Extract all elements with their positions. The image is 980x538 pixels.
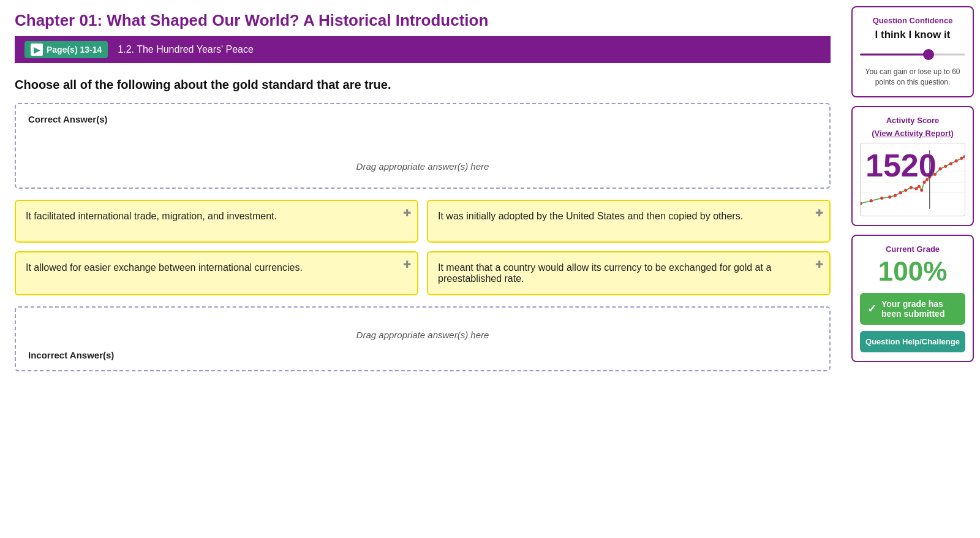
sidebar: Question Confidence I think I know it Yo… — [845, 0, 980, 538]
activity-score-panel: Activity Score (View Activity Report) 15… — [851, 106, 974, 226]
svg-point-6 — [880, 196, 883, 199]
score-value: 1520 — [865, 150, 937, 181]
question-prompt: Choose all of the following about the go… — [15, 78, 831, 92]
svg-point-10 — [904, 188, 907, 191]
svg-point-12 — [914, 187, 918, 190]
drag-icon-4: ✚ — [815, 259, 823, 270]
confidence-title: Question Confidence — [860, 16, 965, 25]
slider-thumb — [923, 49, 934, 60]
activity-score-title: Activity Score — [860, 116, 965, 125]
answer-text-3: It allowed for easier exchange between i… — [26, 262, 303, 273]
drag-icon-3: ✚ — [403, 259, 411, 270]
confidence-desc: You can gain or lose up to 60 points on … — [860, 67, 965, 88]
slider-track — [860, 54, 965, 56]
confidence-value: I think I know it — [860, 29, 965, 41]
grade-value: 100% — [860, 256, 965, 287]
pages-label: Page(s) 13-14 — [47, 45, 102, 55]
svg-point-8 — [894, 194, 897, 197]
svg-point-22 — [955, 159, 958, 162]
correct-zone-label: Correct Answer(s) — [28, 114, 817, 124]
svg-point-13 — [918, 184, 921, 188]
svg-point-5 — [870, 199, 873, 202]
current-grade-panel: Current Grade 100% ✓ Your grade has been… — [851, 235, 974, 362]
incorrect-zone-hint: Drag appropriate answer(s) here — [28, 317, 817, 346]
page-header: Chapter 01: What Shaped Our World? A His… — [0, 0, 845, 63]
main-content: Chapter 01: What Shaped Our World? A His… — [0, 0, 845, 538]
svg-point-21 — [949, 162, 952, 165]
svg-point-4 — [861, 202, 862, 205]
answer-card-3[interactable]: It allowed for easier exchange between i… — [15, 251, 418, 295]
svg-point-14 — [920, 188, 923, 191]
answer-card-4[interactable]: It meant that a country would allow its … — [427, 251, 831, 295]
svg-point-20 — [944, 164, 947, 167]
submitted-badge: ✓ Your grade has been submitted — [860, 293, 965, 325]
answer-grid: It facilitated international trade, migr… — [15, 200, 831, 295]
check-icon: ✓ — [867, 302, 876, 316]
slider-track-filled — [860, 54, 932, 56]
current-grade-title: Current Grade — [860, 244, 965, 254]
correct-drop-zone[interactable]: Correct Answer(s) Drag appropriate answe… — [15, 103, 831, 189]
incorrect-drop-zone[interactable]: Drag appropriate answer(s) here Incorrec… — [15, 306, 831, 371]
help-challenge-button[interactable]: Question Help/Challenge — [860, 331, 965, 352]
answer-text-2: It was initially adopted by the United S… — [438, 211, 743, 221]
drag-icon-1: ✚ — [403, 207, 411, 219]
answer-card-2[interactable]: It was initially adopted by the United S… — [427, 200, 831, 243]
view-activity-report-link[interactable]: (View Activity Report) — [860, 129, 965, 138]
svg-point-7 — [888, 195, 891, 199]
incorrect-zone-label: Incorrect Answer(s) — [28, 350, 817, 360]
chapter-title: Chapter 01: What Shaped Our World? A His… — [15, 11, 831, 30]
subtitle-text: 1.2. The Hundred Years' Peace — [118, 44, 254, 55]
answer-card-1[interactable]: It facilitated international trade, migr… — [15, 200, 418, 243]
svg-point-19 — [939, 167, 942, 170]
svg-point-9 — [899, 191, 902, 194]
confidence-panel: Question Confidence I think I know it Yo… — [851, 6, 974, 97]
book-icon: ▶ — [31, 44, 43, 56]
page-layout: Chapter 01: What Shaped Our World? A His… — [0, 0, 980, 538]
correct-zone-hint: Drag appropriate answer(s) here — [28, 149, 817, 178]
submitted-text: Your grade has been submitted — [881, 299, 958, 319]
svg-point-23 — [960, 156, 963, 159]
question-area: Choose all of the following about the go… — [0, 63, 845, 371]
confidence-slider[interactable] — [860, 47, 965, 62]
drag-icon-2: ✚ — [815, 207, 823, 219]
answer-text-1: It facilitated international trade, migr… — [26, 211, 277, 221]
subtitle-bar: ▶ Page(s) 13-14 1.2. The Hundred Years' … — [15, 36, 831, 63]
svg-point-11 — [910, 186, 913, 189]
page-badge: ▶ Page(s) 13-14 — [24, 41, 108, 58]
answer-text-4: It meant that a country would allow its … — [438, 262, 771, 284]
score-chart: 1520 — [860, 143, 965, 216]
